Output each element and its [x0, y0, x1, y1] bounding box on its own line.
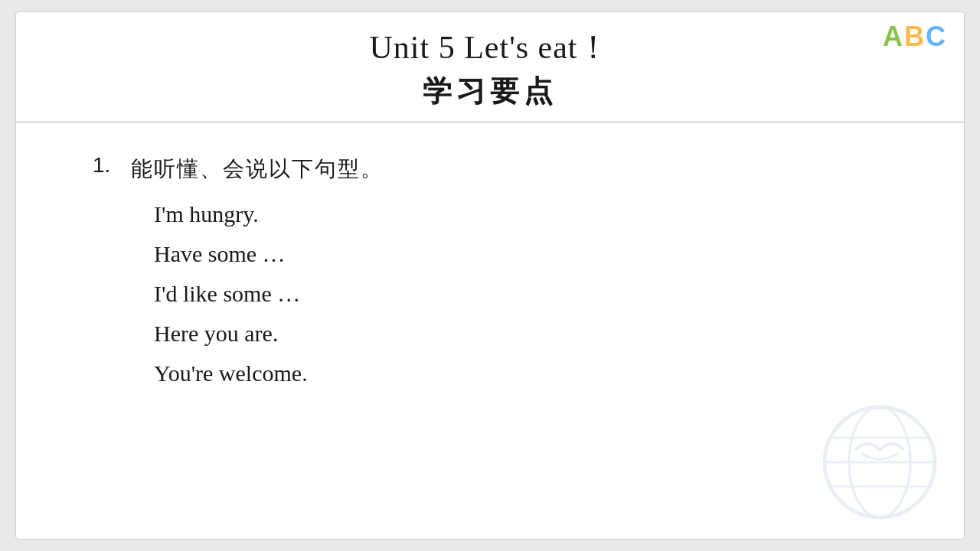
- sentence-2: Have some …: [154, 236, 918, 272]
- slide: Unit 5 Let's eat！ 学习要点 A B C 1. 能听懂、会说以下…: [15, 11, 965, 540]
- sentence-5: You're welcome.: [154, 355, 918, 392]
- section-description: 能听懂、会说以下句型。: [131, 155, 384, 184]
- section-1: 1. 能听懂、会说以下句型。: [93, 153, 918, 184]
- title-english: Unit 5 Let's eat！: [31, 26, 949, 69]
- slide-content: 1. 能听懂、会说以下句型。 I'm hungry. Have some … I…: [16, 122, 964, 539]
- slide-header: Unit 5 Let's eat！ 学习要点 A B C: [16, 12, 964, 122]
- sentence-3: I'd like some …: [154, 276, 918, 312]
- section-number: 1.: [93, 153, 123, 178]
- logo-letter-c: C: [926, 23, 946, 51]
- abc-logo: A B C: [883, 23, 946, 51]
- logo-letter-a: A: [883, 23, 903, 51]
- logo-letter-b: B: [904, 23, 924, 51]
- watermark: [818, 401, 941, 523]
- sentence-1: I'm hungry.: [154, 196, 918, 233]
- sentence-4: Here you are.: [154, 315, 918, 352]
- title-chinese: 学习要点: [31, 72, 949, 111]
- sentences-list: I'm hungry. Have some … I'd like some … …: [154, 196, 918, 392]
